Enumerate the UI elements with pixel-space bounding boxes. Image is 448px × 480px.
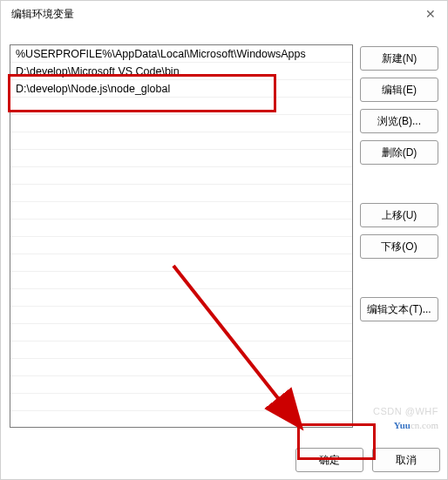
new-button[interactable]: 新建(N) [360,46,438,71]
list-item-empty[interactable]: . [10,324,352,341]
list-item-empty[interactable]: . [10,359,352,376]
watermark-site: Yuucn.com [394,420,438,430]
cancel-button[interactable]: 取消 [372,448,440,472]
edit-button[interactable]: 编辑(E) [360,78,438,102]
list-item-empty[interactable]: . [10,237,352,254]
list-item-empty[interactable]: . [10,150,352,167]
browse-button[interactable]: 浏览(B)... [360,109,438,133]
list-item[interactable]: D:\develop\Node.js\node_global [10,80,352,98]
list-item-empty[interactable]: . [10,254,352,272]
list-item[interactable]: D:\develop\Microsoft VS Code\bin [10,63,352,80]
list-item-empty[interactable]: . [10,394,352,411]
list-item-empty[interactable]: . [10,202,352,220]
dialog-title: 编辑环境变量 [11,7,74,22]
list-item-empty[interactable]: . [10,132,352,150]
list-item-empty[interactable]: . [10,220,352,237]
ok-button[interactable]: 确定 [295,448,363,472]
move-up-button[interactable]: 上移(U) [360,203,438,227]
list-item-empty[interactable]: . [10,98,352,115]
move-down-button[interactable]: 下移(O) [360,234,438,259]
dialog-content: %USERPROFILE%\AppData\Local\Microsoft\Wi… [1,27,447,428]
list-item-empty[interactable]: . [10,115,352,132]
delete-button[interactable]: 删除(D) [360,140,438,165]
close-icon[interactable]: ✕ [424,8,437,20]
watermark-suf: cn.com [411,420,438,430]
dialog-footer: 确定 取消 [295,448,440,472]
spacer [360,266,438,290]
list-item-empty[interactable]: . [10,289,352,307]
edit-text-button[interactable]: 编辑文本(T)... [360,297,438,321]
list-item-empty[interactable]: . [10,341,352,359]
list-item-empty[interactable]: . [10,167,352,185]
path-listbox[interactable]: %USERPROFILE%\AppData\Local\Microsoft\Wi… [10,44,353,428]
side-button-column: 新建(N) 编辑(E) 浏览(B)... 删除(D) 上移(U) 下移(O) 编… [360,30,438,428]
list-item-empty[interactable]: . [10,307,352,324]
spacer [360,172,438,196]
list-item-empty[interactable]: . [10,376,352,394]
watermark-csdn: CSDN @WHF [373,406,438,416]
titlebar: 编辑环境变量 ✕ [1,1,447,27]
list-item-empty[interactable]: . [10,272,352,289]
watermark-pre: Yuu [394,420,411,430]
list-item-empty[interactable]: . [10,185,352,202]
list-item[interactable]: %USERPROFILE%\AppData\Local\Microsoft\Wi… [10,45,352,63]
